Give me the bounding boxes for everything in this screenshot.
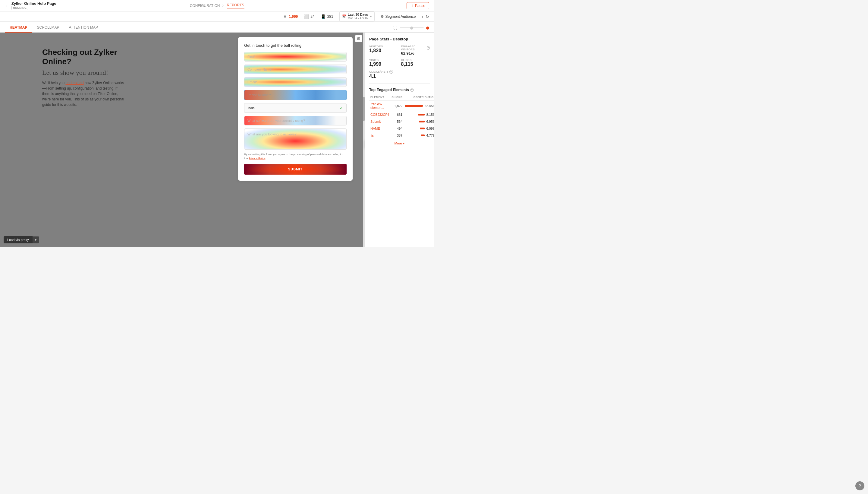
more-link[interactable]: More ▾	[369, 141, 430, 145]
tab-scrollmap[interactable]: SCROLLMAP	[32, 23, 64, 33]
engaged-element-4[interactable]: .js	[369, 132, 390, 139]
tab-list: HEATMAP SCROLLMAP ATTENTION MAP	[5, 23, 103, 32]
top-engaged-section: Top Engaged Elements ? ELEMENT CLICKS CO…	[369, 88, 430, 145]
nav-separator: >	[222, 4, 224, 8]
zoom-controls	[400, 27, 424, 28]
form-field-software[interactable]: What software are you currently using?	[244, 116, 347, 126]
calendar-icon: 📅	[342, 15, 346, 18]
engaged-visitors-help-icon[interactable]: ?	[427, 46, 430, 50]
filter-icon: ⚙	[381, 15, 384, 19]
load-proxy-label[interactable]: Load via proxy	[4, 236, 33, 243]
contrib-pct-3: 6.09%	[426, 127, 434, 130]
submit-button-area[interactable]: SUBMIT	[244, 164, 347, 175]
stats-bar: 🖥 1,999 ⬜ 24 📱 281 📅 Last 30 Days Mar 04…	[0, 12, 434, 22]
form-field-country[interactable]: India ✓	[244, 103, 347, 113]
tab-heatmap[interactable]: HEATMAP	[5, 23, 32, 33]
sidebar-title: Page Stats - Desktop	[369, 37, 430, 41]
form-field-firstname[interactable]: First*	[244, 52, 347, 61]
contrib-pct-1: 8.15%	[426, 113, 434, 116]
fullscreen-icon[interactable]: ⛶	[393, 26, 397, 30]
load-proxy-bar: Load via proxy ▾	[4, 236, 39, 243]
contrib-pct-4: 4.77%	[426, 134, 434, 137]
engaged-visitors-value: 62.91%	[401, 51, 430, 56]
form-privacy-text: By submitting this form, you agree to th…	[244, 153, 347, 160]
nav-prev-button[interactable]: ‹	[422, 14, 423, 19]
visits-value: 1,999	[369, 61, 398, 67]
form-field-email[interactable]: Email*	[244, 77, 347, 87]
engaged-visitors-label: ENGAGED VISITORS ?	[401, 45, 430, 51]
clicks-per-visit-help-icon[interactable]: ?	[389, 70, 393, 74]
engaged-table-row: .js 387 4.77%	[369, 132, 434, 139]
engaged-contribution-4: 4.77%	[403, 132, 434, 139]
segment-label: Segment Audience	[386, 15, 416, 19]
col-clicks: CLICKS	[390, 95, 403, 101]
date-range-label: Last 30 Days	[348, 13, 369, 17]
nav-configuration[interactable]: CONFIGURATION	[190, 4, 220, 8]
tablet-visits-value: 24	[311, 15, 314, 19]
tab-attention-map[interactable]: ATTENTION MAP	[64, 23, 102, 33]
desktop-stat: 🖥 1,999	[283, 14, 298, 19]
stat-visits: VISITS 1,999	[369, 58, 398, 67]
page-title-block: Zylker Online Help Page RUNNING	[12, 1, 56, 10]
privacy-policy-link[interactable]: Privacy Policy	[249, 157, 265, 160]
back-button[interactable]: ←	[5, 3, 9, 8]
engaged-clicks-3: 494	[390, 125, 403, 132]
contrib-bar-2	[419, 121, 425, 122]
contrib-bar-3	[420, 128, 425, 129]
desktop-icon: 🖥	[283, 14, 287, 19]
stat-engaged-visitors: ENGAGED VISITORS ? 62.91%	[401, 45, 430, 56]
main-area: ⊞ Checking out Zylker Online? Let us sho…	[0, 33, 434, 247]
top-engaged-help-icon[interactable]: ?	[410, 88, 414, 92]
zoom-slider[interactable]	[400, 27, 424, 28]
col-element: ELEMENT	[369, 95, 390, 101]
engaged-contribution-3: 6.09%	[403, 125, 434, 132]
date-dropdown-icon: ▾	[370, 15, 372, 18]
engaged-element-1[interactable]: COBJ32CF4	[369, 111, 390, 118]
heatmap-overlay-email	[244, 77, 346, 87]
heatmap-overlay-company	[244, 65, 346, 74]
top-nav: ← Zylker Online Help Page RUNNING CONFIG…	[0, 0, 434, 12]
expand-button[interactable]: ⊞	[355, 35, 362, 42]
contrib-pct-0: 22.45%	[425, 104, 434, 108]
stats-section: VISITORS 1,820 ENGAGED VISITORS ? 62.91%…	[369, 45, 430, 83]
submit-label: SUBMIT	[288, 167, 302, 171]
form-field-phone[interactable]: Phone Number*	[244, 90, 347, 100]
tablet-icon: ⬜	[304, 14, 309, 19]
page-preview: ⊞ Checking out Zylker Online? Let us sho…	[0, 33, 365, 247]
date-range-button[interactable]: 📅 Last 30 Days Mar 04 - Apr 02 ▾	[339, 12, 375, 21]
form-field-company[interactable]: Company Name*	[244, 64, 347, 74]
clicks-value: 8,115	[401, 61, 430, 67]
nav-right: ⏸ Pause	[407, 2, 429, 10]
load-proxy-caret[interactable]: ▾	[33, 236, 39, 243]
visitors-label: VISITORS	[369, 45, 398, 48]
zoom-slider-thumb	[410, 26, 413, 30]
engaged-contribution-1: 8.15%	[403, 111, 434, 118]
form-field-achieve[interactable]: What are you looking to achieve?	[244, 129, 347, 150]
engaged-table: ELEMENT CLICKS CONTRIBUTION .zfields-ele…	[369, 95, 434, 139]
running-badge: RUNNING	[12, 6, 28, 10]
engaged-element-0[interactable]: .zfields-elemen...	[369, 101, 390, 111]
visits-label: VISITS	[369, 58, 398, 61]
engaged-table-row: Submit 564 6.95%	[369, 118, 434, 125]
engaged-clicks-4: 387	[390, 132, 403, 139]
nav-refresh-button[interactable]: ↻	[426, 14, 429, 19]
tab-bar: HEATMAP SCROLLMAP ATTENTION MAP ⛶	[0, 22, 434, 33]
scrollbar[interactable]	[363, 33, 365, 247]
page-heading: Checking out Zylker Online?	[42, 48, 126, 66]
stat-clicks-per-visit: CLICKS/VISIT ? 4.1	[369, 70, 398, 79]
engaged-clicks-1: 661	[390, 111, 403, 118]
nav-left: ← Zylker Online Help Page RUNNING	[5, 1, 56, 10]
scrollbar-thumb	[363, 97, 365, 121]
load-proxy-button[interactable]: Load via proxy ▾	[4, 236, 39, 243]
engaged-element-2[interactable]: Submit	[369, 118, 390, 125]
segment-audience-button[interactable]: ⚙ Segment Audience	[381, 15, 416, 19]
nav-reports[interactable]: REPORTS	[227, 3, 244, 8]
engaged-table-row: .zfields-elemen... 1,822 22.45%	[369, 101, 434, 111]
clicks-per-visit-value: 4.1	[369, 74, 398, 79]
pause-button[interactable]: ⏸ Pause	[407, 2, 429, 10]
page-title: Zylker Online Help Page	[12, 1, 56, 6]
col-contribution: CONTRIBUTION	[403, 95, 434, 101]
highlight-text: understand	[65, 81, 83, 85]
engaged-element-3[interactable]: NAME	[369, 125, 390, 132]
desktop-visits-value: 1,999	[289, 15, 298, 19]
